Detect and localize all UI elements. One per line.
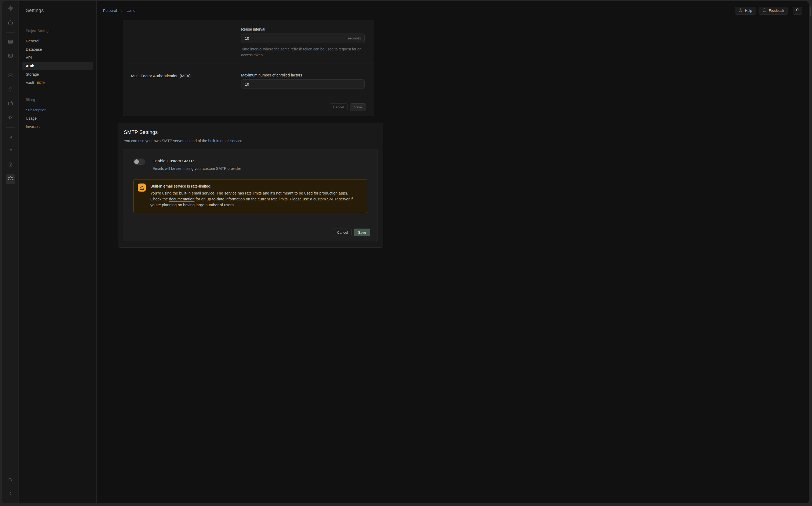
sidebar-item-docs[interactable] (6, 160, 15, 170)
toggle-knob (134, 159, 139, 164)
folder-icon (8, 101, 13, 107)
sidebar-item-database[interactable] (6, 71, 15, 81)
rail-divider (6, 66, 15, 66)
sidebar-item-reports[interactable] (6, 133, 15, 142)
documentation-link[interactable]: documentation (169, 197, 195, 201)
home-icon (8, 20, 13, 26)
enable-smtp-row: Enable Custom SMTP Emails will be sent u… (123, 149, 377, 171)
breadcrumb-project[interactable]: acme (127, 9, 135, 13)
rail-divider (6, 32, 15, 33)
lock-icon (8, 87, 13, 93)
enable-smtp-label: Enable Custom SMTP (152, 159, 241, 163)
enable-smtp-description: Emails will be sent using your custom SM… (152, 166, 241, 171)
mfa-row: Multi Factor Authentication (MFA) Maximu… (123, 64, 374, 98)
page-title: Settings (26, 8, 44, 13)
auth-card-footer: Cancel Save (123, 98, 374, 116)
smtp-inner-panel: Enable Custom SMTP Emails will be sent u… (123, 149, 378, 241)
save-button[interactable]: Save (350, 103, 366, 111)
mfa-input[interactable]: 10 (241, 79, 365, 89)
nav-item-invoices[interactable]: Invoices (22, 122, 93, 131)
breadcrumb-org[interactable]: Personal (103, 9, 117, 13)
sidebar-item-edge-functions[interactable] (6, 113, 15, 122)
reuse-interval-value: 10 (245, 36, 348, 40)
list-icon (8, 148, 13, 155)
mfa-value: 10 (245, 82, 361, 86)
supabase-logo-icon[interactable] (7, 5, 14, 11)
nav-item-storage[interactable]: Storage (22, 70, 93, 78)
mfa-field-label: Maximum number of enrolled factors (241, 73, 365, 77)
table-icon (8, 39, 13, 46)
reuse-interval-input[interactable]: 10 seconds (241, 33, 365, 43)
nav-item-general[interactable]: General (22, 37, 93, 45)
sidebar-item-settings[interactable] (6, 174, 15, 184)
auth-settings-card: Reuse interval 10 seconds Time interval … (123, 20, 374, 116)
main-area: Personal / acme Help Feedback (97, 1, 406, 253)
nav-item-subscription[interactable]: Subscription (22, 106, 93, 114)
rate-limit-warning: Built-in email service is rate-limited! … (134, 179, 367, 213)
reuse-interval-row: Reuse interval 10 seconds Time interval … (123, 20, 374, 64)
database-icon (8, 73, 13, 79)
reuse-interval-help: Time interval where the same refresh tok… (241, 47, 365, 58)
smtp-footer: Cancel Save (123, 224, 377, 241)
file-icon (8, 162, 13, 168)
settings-menu-header: Settings (19, 1, 96, 20)
gear-icon (8, 176, 13, 182)
breadcrumb-separator: / (121, 9, 122, 13)
reuse-interval-label: Reuse interval (241, 27, 365, 31)
icon-rail (2, 1, 19, 253)
smtp-settings-title: SMTP Settings (124, 129, 383, 135)
settings-nav: Project Settings General Database API Au… (19, 20, 96, 131)
mfa-section-label: Multi Factor Authentication (MFA) (131, 73, 241, 89)
warning-title: Built-in email service is rate-limited! (150, 184, 355, 188)
sidebar-item-table-editor[interactable] (6, 37, 15, 47)
sidebar-item-storage[interactable] (6, 99, 15, 109)
top-bar: Personal / acme Help Feedback (97, 1, 406, 20)
app-window: Settings Project Settings General Databa… (2, 1, 406, 253)
content-scroll-area[interactable]: Reuse interval 10 seconds Time interval … (97, 20, 406, 253)
smtp-settings-card: SMTP Settings You can use your own SMTP … (118, 122, 383, 248)
rail-divider (6, 128, 15, 128)
nav-item-database[interactable]: Database (22, 45, 93, 54)
orbit-icon (8, 114, 13, 121)
nav-heading-project-settings: Project Settings (22, 29, 93, 33)
nav-item-auth[interactable]: Auth (22, 62, 93, 70)
nav-item-vault[interactable]: Vault BETA (22, 79, 93, 87)
cancel-button[interactable]: Cancel (329, 103, 348, 111)
sidebar-item-auth[interactable] (6, 85, 15, 95)
sidebar-item-home[interactable] (6, 18, 15, 28)
nav-item-vault-label: Vault (26, 81, 34, 85)
nav-item-api[interactable]: API (22, 54, 93, 62)
terminal-icon (8, 53, 13, 60)
sidebar-item-sql-editor[interactable] (6, 52, 15, 61)
settings-menu-pane: Settings Project Settings General Databa… (19, 1, 97, 253)
nav-divider (19, 94, 96, 94)
bar-chart-icon (8, 134, 13, 141)
smtp-save-button[interactable]: Save (354, 229, 370, 236)
nav-heading-billing: Billing (22, 98, 93, 102)
smtp-settings-subtitle: You can use your own SMTP server instead… (124, 139, 383, 143)
warning-triangle-icon (138, 183, 146, 191)
reuse-interval-unit: seconds (348, 36, 361, 40)
sidebar-item-logs[interactable] (6, 147, 15, 156)
smtp-cancel-button[interactable]: Cancel (333, 229, 352, 236)
beta-badge: BETA (37, 81, 45, 84)
row-label-empty (131, 27, 241, 58)
enable-smtp-toggle[interactable] (134, 159, 145, 165)
warning-body: You're using the built-in email service.… (150, 190, 355, 208)
nav-item-usage[interactable]: Usage (22, 114, 93, 122)
